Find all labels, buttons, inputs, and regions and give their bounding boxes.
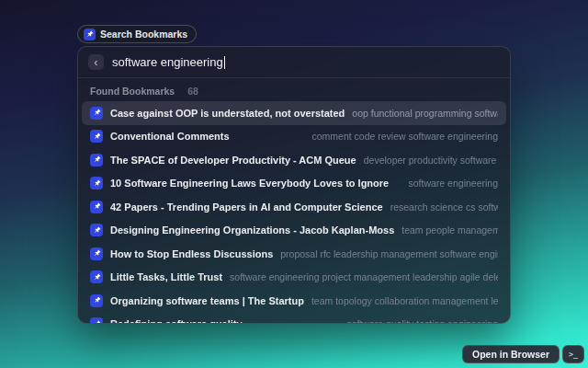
action-overlay: Open in Browser >_ — [462, 345, 584, 363]
pin-icon — [90, 177, 103, 190]
search-bookmarks-panel: ‹ software engineering Found Bookmarks 6… — [77, 46, 511, 324]
bookmark-title: Case against OOP is understated, not ove… — [110, 108, 345, 119]
pin-icon — [84, 29, 96, 40]
bookmark-tags: software engineering project management … — [230, 271, 498, 282]
bookmark-list: Case against OOP is understated, not ove… — [78, 100, 510, 324]
pin-icon — [90, 317, 103, 324]
bookmark-row-5[interactable]: Designing Engineering Organizations - Ja… — [82, 219, 506, 243]
bookmark-tags: developer productivity software engineer… — [364, 155, 498, 166]
app-pill-search-bookmarks[interactable]: Search Bookmarks — [77, 25, 197, 43]
bookmark-tags: research science cs software engineering… — [390, 201, 498, 213]
bookmark-row-3[interactable]: 10 Software Engineering Laws Everybody L… — [82, 172, 506, 196]
bookmark-tags: software quality testing engineering — [346, 318, 498, 324]
bookmark-tags: software engineering — [409, 178, 498, 189]
pin-icon — [90, 154, 103, 167]
bookmark-title: Conventional Comments — [110, 131, 230, 142]
bookmark-tags: proposal rfc leadership management softw… — [280, 248, 498, 259]
results-header: Found Bookmarks 68 — [78, 78, 510, 100]
bookmark-title: Little Tasks, Little Trust — [110, 271, 222, 282]
bookmark-tags: team people management leadership softwa… — [401, 224, 498, 236]
bookmark-tags: team topology collaboration management l… — [311, 295, 498, 306]
bookmark-tags: oop functional programming software engi… — [352, 108, 498, 119]
results-count: 68 — [187, 86, 198, 97]
text-caret — [224, 56, 226, 69]
chevron-left-icon: ‹ — [94, 55, 97, 69]
bookmark-row-6[interactable]: How to Stop Endless Discussions proposal… — [82, 242, 506, 266]
bookmark-row-1[interactable]: Conventional Comments comment code revie… — [82, 125, 506, 149]
bookmark-title: Redefining software quality — [110, 318, 243, 324]
bookmark-title: How to Stop Endless Discussions — [110, 248, 273, 259]
bookmark-row-7[interactable]: Little Tasks, Little Trust software engi… — [82, 266, 506, 290]
bookmark-title: The SPACE of Developer Productivity - AC… — [110, 155, 356, 166]
pin-icon — [90, 294, 103, 307]
bookmark-row-8[interactable]: Organizing software teams | The Startup … — [82, 289, 506, 313]
bookmark-title: 10 Software Engineering Laws Everybody L… — [110, 178, 389, 189]
results-header-label: Found Bookmarks — [90, 86, 175, 97]
back-button[interactable]: ‹ — [88, 54, 104, 70]
bookmark-title: 42 Papers - Trending Papers in AI and Co… — [110, 201, 383, 213]
pin-icon — [90, 107, 103, 120]
pin-icon — [90, 224, 103, 236]
search-input[interactable]: software engineering — [112, 55, 225, 69]
bookmark-row-9[interactable]: Redefining software quality software qua… — [82, 313, 506, 325]
bookmark-row-2[interactable]: The SPACE of Developer Productivity - AC… — [82, 148, 506, 172]
open-in-browser-button[interactable]: Open in Browser — [462, 345, 560, 363]
pin-icon — [90, 130, 103, 143]
search-bar: ‹ software engineering — [78, 47, 510, 78]
bookmark-row-0[interactable]: Case against OOP is understated, not ove… — [82, 101, 506, 125]
search-input-value: software engineering — [112, 55, 223, 69]
terminal-prompt-icon[interactable]: >_ — [562, 345, 584, 363]
bookmark-title: Designing Engineering Organizations - Ja… — [110, 224, 394, 236]
bookmark-tags: comment code review software engineering — [311, 131, 498, 142]
pin-icon — [90, 270, 103, 283]
app-pill-label: Search Bookmarks — [100, 29, 187, 40]
pin-icon — [90, 201, 103, 213]
bookmark-row-4[interactable]: 42 Papers - Trending Papers in AI and Co… — [82, 195, 506, 219]
pin-icon — [90, 247, 103, 260]
bookmark-title: Organizing software teams | The Startup — [110, 295, 304, 306]
